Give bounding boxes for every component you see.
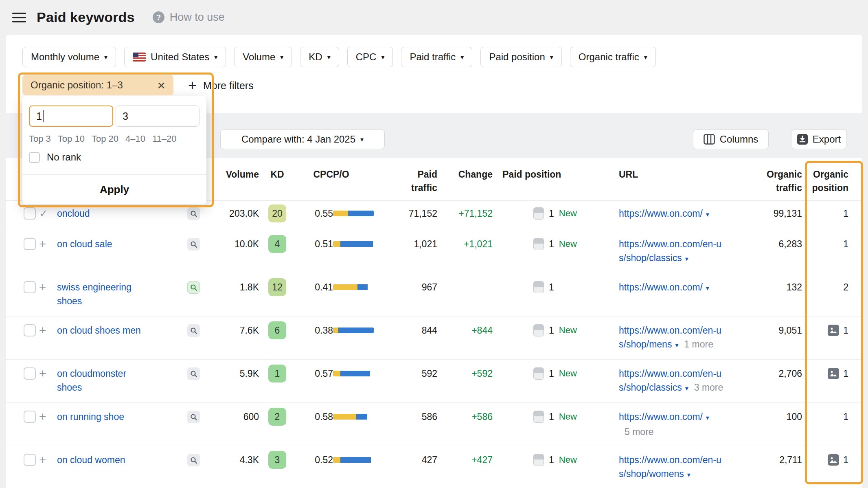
- add-to-list-icon[interactable]: +: [39, 280, 46, 294]
- add-to-list-icon[interactable]: +: [39, 323, 46, 337]
- filter-pill-organic-traffic[interactable]: Organic traffic▾: [570, 47, 656, 67]
- keyword-link[interactable]: on cloud women: [57, 455, 125, 465]
- row-checkbox[interactable]: [24, 411, 36, 423]
- no-rank-label: No rank: [47, 152, 81, 163]
- header-po[interactable]: P/O: [333, 168, 390, 181]
- keyword-link[interactable]: on cloudmonster shoes: [57, 368, 126, 393]
- chevron-down-icon: ▾: [644, 53, 647, 61]
- paid-organic-bar: [333, 211, 374, 216]
- remove-filter-icon[interactable]: ×: [157, 78, 165, 92]
- header-organic-position[interactable]: Organic position: [802, 168, 853, 195]
- organic-position-value: 1: [843, 237, 848, 251]
- header-kd[interactable]: KD: [259, 168, 296, 181]
- organic-traffic-value: 2,711: [753, 453, 802, 467]
- position-from-input[interactable]: 1: [29, 106, 113, 127]
- filter-pill-volume[interactable]: Volume▾: [234, 47, 292, 67]
- quick-range-top-20[interactable]: Top 20: [92, 134, 118, 144]
- url-link[interactable]: https://www.on.com/en-u: [619, 325, 721, 336]
- row-checkbox[interactable]: [24, 367, 36, 380]
- row-checkbox[interactable]: [24, 207, 36, 220]
- organic-position-value: 1: [843, 207, 848, 220]
- url-link[interactable]: https://www.on.com/en-u: [619, 455, 721, 465]
- add-to-list-icon[interactable]: +: [39, 410, 46, 423]
- row-checkbox[interactable]: [24, 238, 36, 250]
- filter-pill-monthly-volume[interactable]: Monthly volume▾: [22, 47, 116, 67]
- keyword-link[interactable]: on cloud sale: [57, 239, 112, 249]
- image-result-icon: [828, 454, 839, 466]
- chevron-down-icon[interactable]: ▾: [687, 471, 690, 478]
- us-flag-icon: [133, 53, 146, 62]
- chevron-down-icon[interactable]: ▾: [685, 255, 688, 262]
- row-checkbox[interactable]: [24, 324, 36, 336]
- quick-range-top-10[interactable]: Top 10: [58, 134, 85, 144]
- url-link[interactable]: https://www.on.com/: [619, 208, 703, 219]
- add-to-list-icon[interactable]: +: [39, 237, 46, 251]
- header-paid-traffic[interactable]: Paid traffic: [390, 168, 437, 195]
- header-change[interactable]: Change: [437, 168, 493, 181]
- url-link[interactable]: https://www.on.com/: [619, 411, 703, 422]
- filter-pill-paid-position[interactable]: Paid position▾: [480, 47, 561, 67]
- filter-pill-united-states[interactable]: United States▾: [124, 47, 226, 67]
- url-more-label[interactable]: 3 more: [694, 382, 723, 393]
- quick-range-top-3[interactable]: Top 3: [29, 134, 51, 144]
- header-organic-traffic[interactable]: Organic traffic: [753, 168, 802, 195]
- url-link[interactable]: https://www.on.com/en-u: [619, 368, 721, 379]
- filter-pill-kd[interactable]: KD▾: [300, 47, 339, 67]
- row-checkbox[interactable]: [24, 281, 36, 293]
- header-paid-position[interactable]: Paid position: [493, 168, 619, 181]
- columns-button[interactable]: Columns: [693, 130, 769, 149]
- chevron-down-icon[interactable]: ▾: [685, 385, 688, 392]
- serp-features-icon[interactable]: [187, 238, 200, 251]
- filter-pill-paid-traffic[interactable]: Paid traffic▾: [401, 47, 472, 67]
- table-body: ✓oncloud203.0K200.5571,152+71,1521Newhtt…: [6, 201, 862, 488]
- serp-features-icon[interactable]: [187, 281, 200, 294]
- paid-position-value: 1: [549, 453, 554, 467]
- how-to-use-link[interactable]: ? How to use: [153, 11, 225, 24]
- chevron-down-icon[interactable]: ▾: [706, 414, 709, 421]
- url-link[interactable]: s/shop/mens: [619, 339, 672, 350]
- serp-features-icon[interactable]: [187, 324, 200, 337]
- header-cpc[interactable]: CPC: [296, 168, 333, 181]
- url-link[interactable]: s/shop/classics: [619, 382, 682, 393]
- url-link[interactable]: s/shop/classics: [619, 253, 682, 263]
- filter-pill-cpc[interactable]: CPC▾: [347, 47, 393, 67]
- cpc-value: 0.52: [296, 453, 333, 467]
- chevron-down-icon[interactable]: ▾: [675, 342, 678, 349]
- serp-features-icon[interactable]: [187, 454, 200, 466]
- url-more-label[interactable]: 5 more: [625, 426, 654, 437]
- quick-range-4–10[interactable]: 4–10: [125, 134, 145, 144]
- chevron-down-icon[interactable]: ▾: [706, 285, 709, 292]
- more-filters-button[interactable]: + More filters: [188, 75, 254, 96]
- add-to-list-icon[interactable]: +: [39, 367, 46, 380]
- serp-features-icon[interactable]: [187, 367, 200, 380]
- serp-features-icon[interactable]: [187, 207, 200, 220]
- paid-traffic-value: 427: [390, 453, 437, 467]
- url-more-label[interactable]: 1 more: [684, 339, 713, 350]
- menu-icon[interactable]: [12, 13, 26, 22]
- no-rank-checkbox[interactable]: [29, 152, 40, 163]
- quick-range-11–20[interactable]: 11–20: [152, 134, 177, 144]
- chevron-down-icon[interactable]: ▾: [706, 211, 709, 218]
- url-link[interactable]: https://www.on.com/en-u: [619, 239, 721, 249]
- chevron-down-icon: ▾: [280, 53, 283, 61]
- add-to-list-icon[interactable]: +: [39, 453, 46, 466]
- apply-button[interactable]: Apply: [22, 175, 206, 204]
- keyword-link[interactable]: on running shoe: [57, 411, 124, 422]
- keyword-link[interactable]: on cloud shoes men: [57, 325, 141, 336]
- keyword-link[interactable]: oncloud: [57, 208, 90, 219]
- paid-traffic-value: 967: [390, 280, 437, 294]
- header-volume[interactable]: Volume: [210, 168, 259, 181]
- export-button[interactable]: Export: [791, 130, 847, 149]
- volume-value: 203.0K: [210, 207, 259, 220]
- position-to-input[interactable]: 3: [116, 106, 199, 127]
- header-url[interactable]: URL: [619, 168, 753, 181]
- compare-with-dropdown[interactable]: Compare with: 4 Jan 2025 ▾: [220, 130, 385, 149]
- url-link[interactable]: s/shop/womens: [619, 468, 684, 479]
- url-link[interactable]: https://www.on.com/: [619, 282, 703, 292]
- row-checkbox[interactable]: [24, 454, 36, 466]
- organic-position-filter-chip[interactable]: Organic position: 1–3 ×: [22, 75, 173, 95]
- chevron-down-icon: ▾: [460, 53, 464, 61]
- keyword-link[interactable]: swiss engineering shoes: [57, 282, 132, 306]
- added-check-icon[interactable]: ✓: [39, 207, 48, 220]
- serp-features-icon[interactable]: [187, 411, 200, 423]
